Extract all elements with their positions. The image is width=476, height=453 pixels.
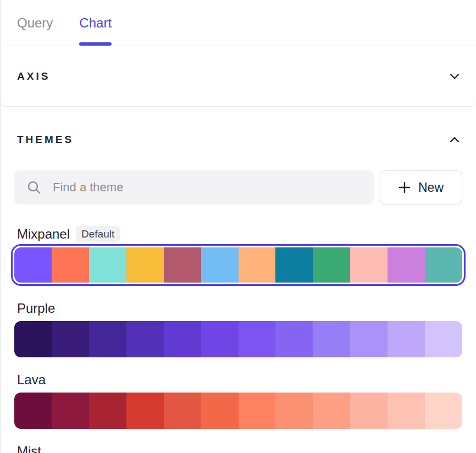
swatch-strip-inner	[14, 393, 462, 429]
color-swatch	[14, 247, 52, 283]
color-swatch	[89, 321, 126, 357]
color-swatch	[164, 393, 201, 429]
theme-name: Mixpanel	[17, 226, 70, 242]
theme-swatch-strip[interactable]	[14, 321, 462, 357]
themes-section-header[interactable]: THEMES	[14, 132, 462, 147]
color-swatch	[275, 247, 313, 283]
color-swatch	[14, 321, 52, 357]
color-swatch	[313, 393, 350, 429]
themes-section-title: THEMES	[17, 134, 74, 146]
theme-name: Purple	[17, 301, 55, 316]
color-swatch	[425, 247, 462, 283]
chart-settings-panel: Query Chart AXIS THEMES	[0, 0, 476, 453]
color-swatch	[425, 321, 462, 357]
chevron-down-icon[interactable]	[450, 73, 460, 80]
color-swatch	[388, 321, 425, 357]
color-swatch	[52, 321, 89, 357]
theme-label-row: MixpanelDefault	[14, 225, 462, 243]
theme-name: Lava	[17, 372, 46, 388]
tab-bar: Query Chart	[1, 0, 476, 46]
swatch-strip-inner	[14, 247, 462, 283]
theme-row: Purple	[14, 300, 462, 357]
color-swatch	[201, 321, 239, 357]
color-swatch	[239, 247, 276, 283]
color-swatch	[239, 393, 276, 429]
theme-list: MixpanelDefaultPurpleLavaMist	[14, 225, 462, 453]
color-swatch	[388, 247, 425, 283]
chevron-up-icon[interactable]	[450, 136, 460, 143]
theme-search-input[interactable]	[14, 170, 374, 205]
theme-row: Lava	[14, 371, 462, 429]
color-swatch	[275, 393, 313, 429]
color-swatch	[126, 321, 164, 357]
theme-label-row: Purple	[14, 300, 462, 317]
theme-label-row: Lava	[14, 371, 462, 389]
color-swatch	[52, 393, 89, 429]
color-swatch	[350, 393, 388, 429]
color-swatch	[350, 247, 388, 283]
plus-icon	[398, 181, 411, 194]
new-theme-button-label: New	[418, 180, 444, 195]
color-swatch	[126, 247, 164, 283]
color-swatch	[201, 247, 239, 283]
theme-label-row: Mist	[14, 443, 462, 453]
axis-section-title: AXIS	[17, 70, 50, 82]
color-swatch	[425, 393, 462, 429]
color-swatch	[89, 247, 126, 283]
color-swatch	[52, 247, 89, 283]
color-swatch	[388, 393, 425, 429]
theme-swatch-strip[interactable]	[14, 393, 462, 429]
axis-section-header[interactable]: AXIS	[1, 46, 476, 107]
theme-search-box	[14, 170, 374, 205]
color-swatch	[275, 321, 313, 357]
color-swatch	[239, 321, 276, 357]
tab-query[interactable]: Query	[17, 0, 53, 46]
tab-chart[interactable]: Chart	[79, 0, 112, 46]
color-swatch	[14, 393, 52, 429]
swatch-strip-inner	[14, 321, 462, 357]
color-swatch	[313, 321, 350, 357]
theme-name: Mist	[17, 444, 41, 453]
theme-swatch-strip[interactable]	[11, 244, 466, 286]
new-theme-button[interactable]: New	[380, 170, 462, 205]
color-swatch	[89, 393, 126, 429]
section-gap	[1, 107, 476, 114]
theme-toolbar: New	[14, 170, 462, 205]
color-swatch	[313, 247, 350, 283]
color-swatch	[201, 393, 239, 429]
color-swatch	[164, 321, 201, 357]
theme-row: Mist	[14, 443, 462, 453]
color-swatch	[350, 321, 388, 357]
color-swatch	[126, 393, 164, 429]
theme-default-badge: Default	[76, 226, 120, 242]
color-swatch	[164, 247, 201, 283]
theme-row: MixpanelDefault	[14, 225, 462, 286]
themes-section: THEMES	[1, 114, 476, 453]
